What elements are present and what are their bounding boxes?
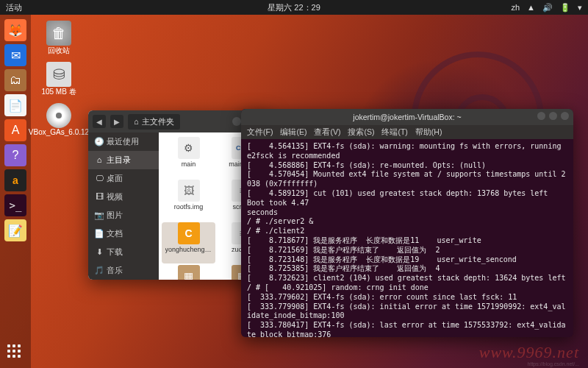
terminal-line: seconds <box>247 208 567 218</box>
file-label: main <box>182 160 196 168</box>
clock[interactable]: 星期六 22：29 <box>268 2 320 13</box>
path-bar[interactable]: ⌂ 主文件夹 <box>128 114 180 130</box>
terminal-window[interactable]: jokertim@jokertim-VirtualBox: ~ 文件(F)编辑(… <box>241 109 573 337</box>
file-label: rootfs.img <box>174 203 204 210</box>
sidebar-item-2[interactable]: 🖵 桌面 <box>88 169 159 188</box>
terminal-menu-item[interactable]: 查看(V) <box>314 127 340 138</box>
terminal-line: [ 4.570454] Mounted ext4 file system at … <box>247 170 567 189</box>
sidebar-item-6[interactable]: ⬇ 下载 <box>88 243 159 261</box>
file-icon: ▦ <box>178 265 200 280</box>
terminal-line: [ 333.779908] EXT4-fs (sda): initial err… <box>247 302 567 322</box>
nav-back-button[interactable]: ◀ <box>93 115 106 128</box>
window-minimize-button[interactable] <box>232 117 241 126</box>
terminal-menubar: 文件(F)编辑(E)查看(V)搜索(S)终端(T)帮助(H) <box>241 125 573 139</box>
sidebar-item-label: 音乐 <box>107 266 123 275</box>
file-item[interactable]: Cyonghuchengxu2.c <box>162 222 215 263</box>
terminal-menu-item[interactable]: 编辑(E) <box>280 127 306 138</box>
dock-software[interactable]: A <box>4 119 26 141</box>
show-applications-button[interactable] <box>7 344 24 361</box>
sidebar-item-5[interactable]: 📄 文档 <box>88 224 159 243</box>
terminal-content[interactable]: [ 4.564135] EXT4-fs (sda): warning: moun… <box>241 139 573 337</box>
activities-button[interactable]: 活动 <box>6 2 22 13</box>
path-label: 主文件夹 <box>142 116 174 127</box>
system-menu-caret-icon[interactable]: ▾ <box>578 3 582 13</box>
file-icon: C <box>178 222 200 244</box>
desktop-disc[interactable]: VBox_GAs_6.0.12 <box>37 103 81 136</box>
terminal-line: [ 8.725385] 我是客户程序结束了 返回值为 4 <box>247 264 567 274</box>
dock-terminal[interactable]: >_ <box>4 194 26 216</box>
terminal-line: [ 333.779602] EXT4-fs (sda): error count… <box>247 293 567 302</box>
desktop-trash-label: 回收站 <box>48 46 70 56</box>
terminal-line: [ 8.723148] 我是服务程序 长度和数据是19 user_write_s… <box>247 255 567 265</box>
file-icon: ⚙ <box>178 137 200 159</box>
desktop-drive-label: 105 MB 卷 <box>41 87 76 97</box>
sidebar-item-1[interactable]: ⌂ 主目录 <box>88 151 159 169</box>
volume-icon[interactable]: 🔊 <box>542 3 553 13</box>
dock-text-editor[interactable]: 📝 <box>4 219 26 241</box>
battery-icon[interactable]: 🔋 <box>560 3 570 13</box>
sidebar-item-icon: ⬇ <box>94 247 104 257</box>
sidebar-item-icon: 🕘 <box>94 137 104 146</box>
nav-forward-button[interactable]: ▶ <box>110 115 123 128</box>
dock-help[interactable]: ? <box>4 144 26 166</box>
sidebar-item-label: 桌面 <box>107 174 123 183</box>
sidebar-item-icon: 🎞 <box>94 192 104 201</box>
sidebar-item-0[interactable]: 🕘 最近使用 <box>88 132 159 151</box>
terminal-line: [ 8.732623] client2 (104) used greatest … <box>247 274 567 283</box>
home-icon: ⌂ <box>134 117 139 126</box>
terminal-menu-item[interactable]: 搜索(S) <box>348 127 374 138</box>
terminal-title: jokertim@jokertim-VirtualBox: ~ <box>353 113 461 121</box>
terminal-minimize-button[interactable] <box>537 112 545 120</box>
sidebar-item-label: 主目录 <box>107 155 131 164</box>
terminal-line: [ 4.568886] EXT4-fs (sda): re-mounted. O… <box>247 161 567 171</box>
terminal-line: [ 8.721569] 我是客户程序结束了 返回值为 2 <box>247 246 567 255</box>
top-bar: 活动 星期六 22：29 zh ▲ 🔊 🔋 ▾ <box>0 0 588 15</box>
dock-thunderbird[interactable]: ✉ <box>4 44 26 66</box>
trash-icon: 🗑 <box>46 21 71 46</box>
sidebar-item-icon: 🖵 <box>94 174 104 183</box>
dock: 🦊 ✉ 🗂 📄 A ? a >_ 📝 <box>0 15 31 368</box>
desktop-drive[interactable]: ⛁ 105 MB 卷 <box>37 62 81 97</box>
sidebar-item-label: 文档 <box>107 229 123 238</box>
watermark-small: https://blog.csdn.net/... <box>528 361 579 367</box>
terminal-line: / # ./client2 <box>247 227 567 236</box>
terminal-titlebar[interactable]: jokertim@jokertim-VirtualBox: ~ <box>241 109 573 125</box>
sidebar-item-icon: ⌂ <box>94 155 104 164</box>
terminal-line: [ 4.564135] EXT4-fs (sda): warning: moun… <box>247 142 567 161</box>
desktop-icons: 🗑 回收站 ⛁ 105 MB 卷 VBox_GAs_6.0.12 <box>37 21 81 136</box>
file-icon: 🖼 <box>178 180 200 202</box>
sidebar-item-icon: 📷 <box>94 210 104 220</box>
sidebar-item-icon: 📄 <box>94 229 104 238</box>
file-item[interactable]: 🖼rootfs.img <box>162 180 215 221</box>
terminal-line: / # ./server2 & <box>247 217 567 227</box>
network-icon[interactable]: ▲ <box>527 3 535 12</box>
dock-files[interactable]: 🗂 <box>4 69 26 91</box>
sidebar-item-label: 最近使用 <box>107 137 139 146</box>
terminal-menu-item[interactable]: 帮助(H) <box>415 127 442 138</box>
dock-amazon[interactable]: a <box>4 169 26 191</box>
sidebar-item-3[interactable]: 🎞 视频 <box>88 188 159 206</box>
terminal-line: Boot took 4.47 <box>247 199 567 208</box>
sidebar-item-4[interactable]: 📷 图片 <box>88 206 159 224</box>
file-item[interactable]: ▦文档 <box>162 265 215 280</box>
sidebar-item-label: 视频 <box>107 192 123 201</box>
terminal-line: [ 8.718677] 我是服务程序 长度和数据是11 user_write <box>247 236 567 246</box>
terminal-line: [ 4.589129] cut (101) used greatest stac… <box>247 189 567 199</box>
terminal-line: [ 333.780417] EXT4-fs (sda): last error … <box>247 321 567 337</box>
desktop-trash[interactable]: 🗑 回收站 <box>37 21 81 56</box>
file-item[interactable]: ⚙main <box>162 137 215 178</box>
desktop-disc-label: VBox_GAs_6.0.12 <box>29 128 89 136</box>
sidebar-item-icon: 🎵 <box>94 266 104 275</box>
sidebar-item-label: 下载 <box>107 247 123 256</box>
dock-libreoffice[interactable]: 📄 <box>4 94 26 116</box>
watermark: www.9969.net <box>479 343 579 362</box>
terminal-maximize-button[interactable] <box>549 112 557 120</box>
file-label: yonghuchengxu2.c <box>165 246 212 253</box>
sidebar-item-label: 图片 <box>107 210 123 219</box>
sidebar-item-7[interactable]: 🎵 音乐 <box>88 261 159 280</box>
input-method-indicator[interactable]: zh <box>511 3 520 12</box>
terminal-close-button[interactable] <box>561 112 569 120</box>
terminal-menu-item[interactable]: 终端(T) <box>381 127 407 138</box>
dock-firefox[interactable]: 🦊 <box>4 19 26 41</box>
terminal-menu-item[interactable]: 文件(F) <box>247 127 273 138</box>
